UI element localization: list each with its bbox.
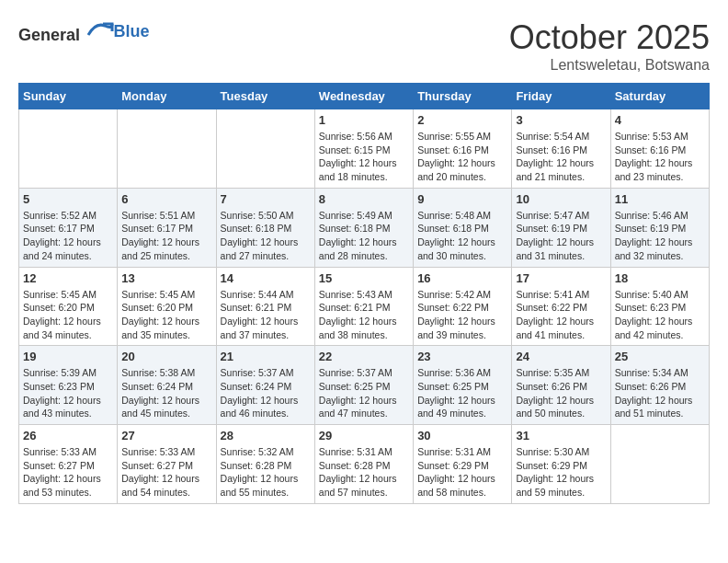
day-info: Sunrise: 5:40 AM Sunset: 6:23 PM Dayligh… [615,288,705,342]
title-area: October 2025 Lentsweletau, Botswana [509,18,710,74]
day-number: 30 [417,429,507,442]
week-row-2: 5Sunrise: 5:52 AM Sunset: 6:17 PM Daylig… [19,188,710,267]
day-number: 1 [319,113,409,127]
day-info: Sunrise: 5:42 AM Sunset: 6:22 PM Dayligh… [417,288,507,342]
day-cell: 2Sunrise: 5:55 AM Sunset: 6:16 PM Daylig… [414,109,512,189]
day-info: Sunrise: 5:50 AM Sunset: 6:18 PM Dayligh… [221,209,311,263]
day-cell: 22Sunrise: 5:37 AM Sunset: 6:25 PM Dayli… [314,346,413,425]
day-info: Sunrise: 5:41 AM Sunset: 6:22 PM Dayligh… [516,288,606,342]
day-info: Sunrise: 5:37 AM Sunset: 6:25 PM Dayligh… [319,366,409,420]
day-cell: 9Sunrise: 5:48 AM Sunset: 6:18 PM Daylig… [414,188,512,267]
day-number: 16 [417,271,507,285]
day-info: Sunrise: 5:43 AM Sunset: 6:21 PM Dayligh… [319,288,409,342]
day-cell: 14Sunrise: 5:44 AM Sunset: 6:21 PM Dayli… [216,267,314,346]
day-info: Sunrise: 5:33 AM Sunset: 6:27 PM Dayligh… [23,445,113,500]
calendar-table: SundayMondayTuesdayWednesdayThursdayFrid… [18,83,710,504]
day-info: Sunrise: 5:31 AM Sunset: 6:28 PM Dayligh… [319,445,409,500]
day-info: Sunrise: 5:35 AM Sunset: 6:26 PM Dayligh… [516,366,606,420]
header: General Blue October 2025 Lentsweletau, … [18,18,710,74]
day-cell: 31Sunrise: 5:30 AM Sunset: 6:29 PM Dayli… [512,425,610,504]
day-info: Sunrise: 5:30 AM Sunset: 6:29 PM Dayligh… [516,445,606,500]
header-day-tuesday: Tuesday [216,84,314,109]
day-number: 8 [319,192,409,206]
day-cell: 28Sunrise: 5:32 AM Sunset: 6:28 PM Dayli… [216,425,314,504]
day-number: 10 [516,192,606,206]
day-cell: 23Sunrise: 5:36 AM Sunset: 6:25 PM Dayli… [414,346,512,425]
day-cell [118,109,216,189]
day-cell: 26Sunrise: 5:33 AM Sunset: 6:27 PM Dayli… [19,425,118,504]
day-cell: 13Sunrise: 5:45 AM Sunset: 6:20 PM Dayli… [118,267,216,346]
day-number: 2 [417,113,507,127]
day-number: 20 [121,350,211,363]
week-row-3: 12Sunrise: 5:45 AM Sunset: 6:20 PM Dayli… [19,267,710,346]
day-info: Sunrise: 5:45 AM Sunset: 6:20 PM Dayligh… [121,288,211,342]
header-day-sunday: Sunday [19,84,118,109]
week-row-1: 1Sunrise: 5:56 AM Sunset: 6:15 PM Daylig… [19,109,710,189]
day-info: Sunrise: 5:32 AM Sunset: 6:28 PM Dayligh… [221,445,311,500]
day-cell: 21Sunrise: 5:37 AM Sunset: 6:24 PM Dayli… [216,346,314,425]
day-number: 9 [417,192,507,206]
day-cell [610,425,709,504]
day-cell [19,109,118,189]
day-number: 17 [516,271,606,285]
day-number: 5 [23,192,113,206]
day-number: 15 [319,271,409,285]
day-number: 4 [615,113,705,127]
day-cell: 6Sunrise: 5:51 AM Sunset: 6:17 PM Daylig… [118,188,216,267]
day-number: 3 [516,113,606,127]
day-info: Sunrise: 5:47 AM Sunset: 6:19 PM Dayligh… [516,209,606,263]
logo-icon [86,18,114,40]
day-number: 14 [221,271,311,285]
day-cell: 18Sunrise: 5:40 AM Sunset: 6:23 PM Dayli… [610,267,709,346]
location-title: Lentsweletau, Botswana [509,57,710,74]
day-info: Sunrise: 5:49 AM Sunset: 6:18 PM Dayligh… [319,209,409,263]
day-number: 26 [23,429,113,442]
day-cell: 3Sunrise: 5:54 AM Sunset: 6:16 PM Daylig… [512,109,610,189]
day-number: 22 [319,350,409,363]
day-cell: 27Sunrise: 5:33 AM Sunset: 6:27 PM Dayli… [118,425,216,504]
day-cell: 5Sunrise: 5:52 AM Sunset: 6:17 PM Daylig… [19,188,118,267]
header-day-saturday: Saturday [610,84,709,109]
day-cell: 15Sunrise: 5:43 AM Sunset: 6:21 PM Dayli… [314,267,413,346]
logo-general: General [18,26,80,44]
day-cell [216,109,314,189]
day-number: 21 [221,350,311,363]
day-cell: 1Sunrise: 5:56 AM Sunset: 6:15 PM Daylig… [314,109,413,189]
day-info: Sunrise: 5:52 AM Sunset: 6:17 PM Dayligh… [23,209,113,263]
day-number: 12 [23,271,113,285]
day-number: 19 [23,350,113,363]
day-number: 6 [121,192,211,206]
day-info: Sunrise: 5:37 AM Sunset: 6:24 PM Dayligh… [221,366,311,420]
day-number: 31 [516,429,606,442]
day-number: 11 [615,192,705,206]
day-info: Sunrise: 5:53 AM Sunset: 6:16 PM Dayligh… [615,130,705,184]
day-cell: 4Sunrise: 5:53 AM Sunset: 6:16 PM Daylig… [610,109,709,189]
logo-blue: Blue [114,22,150,40]
day-cell: 20Sunrise: 5:38 AM Sunset: 6:24 PM Dayli… [118,346,216,425]
day-cell: 8Sunrise: 5:49 AM Sunset: 6:18 PM Daylig… [314,188,413,267]
day-number: 25 [615,350,705,363]
day-cell: 17Sunrise: 5:41 AM Sunset: 6:22 PM Dayli… [512,267,610,346]
calendar-header-row: SundayMondayTuesdayWednesdayThursdayFrid… [19,84,710,109]
day-info: Sunrise: 5:48 AM Sunset: 6:18 PM Dayligh… [417,209,507,263]
header-day-wednesday: Wednesday [314,84,413,109]
day-cell: 10Sunrise: 5:47 AM Sunset: 6:19 PM Dayli… [512,188,610,267]
header-day-thursday: Thursday [414,84,512,109]
day-cell: 29Sunrise: 5:31 AM Sunset: 6:28 PM Dayli… [314,425,413,504]
day-cell: 30Sunrise: 5:31 AM Sunset: 6:29 PM Dayli… [414,425,512,504]
day-info: Sunrise: 5:51 AM Sunset: 6:17 PM Dayligh… [121,209,211,263]
day-cell: 16Sunrise: 5:42 AM Sunset: 6:22 PM Dayli… [414,267,512,346]
day-cell: 7Sunrise: 5:50 AM Sunset: 6:18 PM Daylig… [216,188,314,267]
day-number: 27 [121,429,211,442]
day-number: 24 [516,350,606,363]
week-row-4: 19Sunrise: 5:39 AM Sunset: 6:23 PM Dayli… [19,346,710,425]
header-day-monday: Monday [118,84,216,109]
day-info: Sunrise: 5:33 AM Sunset: 6:27 PM Dayligh… [121,445,211,500]
day-info: Sunrise: 5:45 AM Sunset: 6:20 PM Dayligh… [23,288,113,342]
day-info: Sunrise: 5:36 AM Sunset: 6:25 PM Dayligh… [417,366,507,420]
month-title: October 2025 [509,18,710,57]
day-number: 18 [615,271,705,285]
day-number: 29 [319,429,409,442]
day-info: Sunrise: 5:38 AM Sunset: 6:24 PM Dayligh… [121,366,211,420]
day-info: Sunrise: 5:54 AM Sunset: 6:16 PM Dayligh… [516,130,606,184]
